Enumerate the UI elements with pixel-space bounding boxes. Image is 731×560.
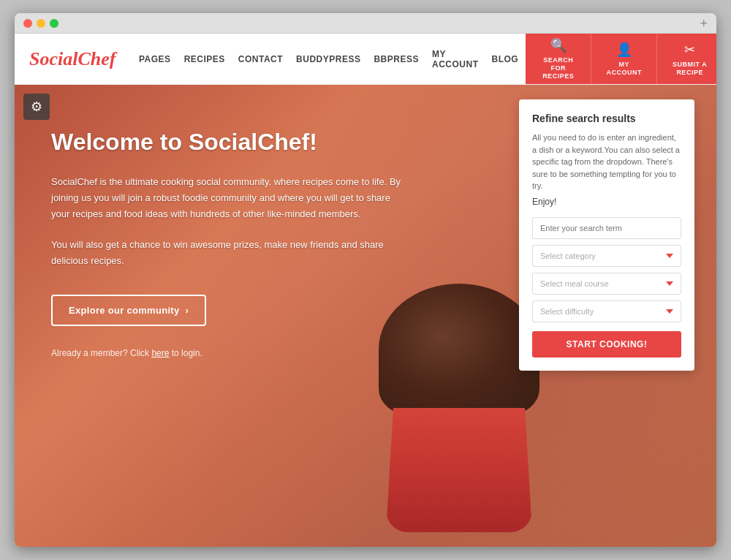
search-panel-enjoy: Enjoy! [532, 197, 681, 207]
hero-content: Welcome to SocialChef! SocialChef is the… [15, 85, 439, 380]
login-link[interactable]: here [151, 348, 169, 358]
site-header: SocialChef PAGES RECIPES CONTACT BUDDYPR… [15, 34, 716, 85]
start-cooking-button[interactable]: START COOKING! [532, 331, 681, 357]
hero-title: Welcome to SocialChef! [51, 129, 417, 156]
nav-bbpress[interactable]: BBPRESS [374, 54, 419, 64]
search-panel: Refine search results All you need to do… [519, 99, 694, 371]
browser-window: + SocialChef PAGES RECIPES CONTACT BUDDY… [15, 13, 716, 547]
account-icon: 👤 [616, 42, 632, 58]
logo-area: SocialChef [15, 34, 132, 84]
explore-community-button[interactable]: Explore our community › [51, 295, 206, 326]
submit-recipe-label: SUBMIT ARECIPE [673, 61, 707, 77]
search-panel-title: Refine search results [532, 113, 681, 124]
maximize-dot[interactable] [50, 19, 58, 28]
search-recipes-label: SEARCH FORRECIPES [539, 56, 577, 80]
gear-icon: ⚙ [31, 99, 42, 115]
muffin-cup [386, 408, 532, 532]
nav-buddypress[interactable]: BUDDYPRESS [296, 54, 360, 64]
nav-blog[interactable]: BLOG [491, 54, 518, 64]
submit-icon: ✂ [684, 42, 695, 58]
site-content: SocialChef PAGES RECIPES CONTACT BUDDYPR… [15, 34, 716, 547]
submit-recipe-button[interactable]: ✂ SUBMIT ARECIPE [657, 34, 716, 84]
site-logo[interactable]: SocialChef [29, 48, 115, 70]
new-tab-icon[interactable]: + [700, 17, 708, 30]
nav-recipes[interactable]: RECIPES [184, 54, 225, 64]
search-recipes-button[interactable]: 🔍 SEARCH FORRECIPES [526, 34, 591, 84]
search-icon: 🔍 [550, 37, 567, 53]
search-term-input[interactable] [532, 217, 681, 239]
nav-pages[interactable]: PAGES [139, 54, 171, 64]
hero-description: SocialChef is the ultimate cooking socia… [51, 174, 402, 222]
logo-chef: Chef [77, 48, 115, 69]
meal-course-select[interactable]: Select meal course [532, 273, 681, 295]
minimize-dot[interactable] [37, 19, 45, 28]
browser-titlebar: + [15, 13, 716, 34]
explore-label: Explore our community [69, 305, 180, 316]
nav-my-account[interactable]: MY ACCOUNT [432, 49, 479, 69]
my-account-label: MYACCOUNT [606, 61, 642, 77]
header-buttons: 🔍 SEARCH FORRECIPES 👤 MYACCOUNT ✂ SUBMIT… [526, 34, 716, 84]
hero-tagline: You will also get a chance to win awesom… [51, 237, 417, 269]
logo-social: Social [29, 48, 77, 69]
hero-section: ⚙ Welcome to SocialChef! SocialChef is t… [15, 85, 716, 547]
chevron-right-icon: › [186, 305, 189, 316]
nav-contact[interactable]: CONTACT [238, 54, 283, 64]
category-select[interactable]: Select category [532, 245, 681, 267]
my-account-button[interactable]: 👤 MYACCOUNT [591, 34, 657, 84]
settings-button[interactable]: ⚙ [23, 94, 50, 120]
difficulty-select[interactable]: Select difficulty [532, 300, 681, 322]
close-dot[interactable] [23, 19, 32, 28]
search-panel-description: All you need to do is enter an ingredien… [532, 132, 681, 192]
main-nav: PAGES RECIPES CONTACT BUDDYPRESS BBPRESS… [132, 34, 526, 84]
hero-login-text: Already a member? Click here to login. [51, 348, 417, 358]
